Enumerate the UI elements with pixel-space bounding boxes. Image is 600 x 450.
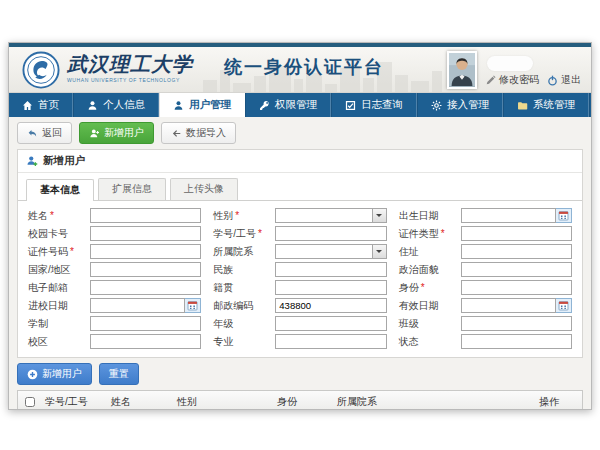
- add-user-button[interactable]: 新增用户: [79, 122, 154, 144]
- required-asterisk: *: [258, 228, 262, 239]
- grade-input[interactable]: [275, 316, 386, 331]
- name-input[interactable]: [90, 208, 201, 223]
- submit-add-user-button[interactable]: 新增用户: [17, 363, 92, 385]
- field-entry-date: 进校日期: [28, 298, 201, 313]
- person-icon: [173, 100, 184, 111]
- gear-icon: [431, 100, 442, 111]
- field-grade: 年级: [213, 316, 386, 331]
- reset-label: 重置: [109, 367, 129, 381]
- change-password-link[interactable]: 修改密码: [485, 73, 539, 91]
- ethnicity-input[interactable]: [275, 262, 386, 277]
- tab-extended-info[interactable]: 扩展信息: [98, 178, 166, 200]
- calendar-icon[interactable]: [556, 298, 572, 313]
- class-input[interactable]: [461, 316, 572, 331]
- field-major: 专业: [213, 334, 386, 349]
- chevron-down-icon[interactable]: [373, 244, 387, 259]
- major-input[interactable]: [275, 334, 386, 349]
- nav-item-personal-info[interactable]: 个人信息: [73, 93, 159, 117]
- id-number-input[interactable]: [90, 244, 201, 259]
- nav-item-home[interactable]: 首页: [9, 93, 73, 117]
- data-import-button[interactable]: 数据导入: [161, 122, 236, 144]
- nav-item-user-management[interactable]: 用户管理: [159, 93, 245, 117]
- main-nav: 首页个人信息用户管理权限管理日志查询接入管理系统管理订阅管理: [9, 93, 591, 117]
- identity-input[interactable]: [461, 280, 572, 295]
- calendar-icon[interactable]: [185, 298, 201, 313]
- tab-basic-info[interactable]: 基本信息: [26, 179, 94, 201]
- nav-item-access-management[interactable]: 接入管理: [417, 93, 503, 117]
- id-type-input[interactable]: [461, 226, 572, 241]
- field-label-student-id: 学号/工号*: [213, 227, 275, 241]
- home-icon: [22, 100, 33, 111]
- nav-item-permission-management[interactable]: 权限管理: [245, 93, 331, 117]
- table-header: 学号/工号姓名性别身份所属院系操作: [18, 391, 582, 409]
- key-icon: [259, 100, 270, 111]
- table-column-header-0: 学号/工号: [42, 391, 108, 409]
- undo-icon: [27, 128, 38, 139]
- country-region-input[interactable]: [90, 262, 201, 277]
- data-import-label: 数据导入: [186, 126, 226, 140]
- back-button[interactable]: 返回: [17, 122, 72, 144]
- political-status-input[interactable]: [461, 262, 572, 277]
- field-schooling-length: 学制: [28, 316, 201, 331]
- field-label-country-region: 国家/地区: [28, 263, 90, 277]
- title-block: 武汉理工大学 WUHAN UNIVERSITY OF TECHNOLOGY: [67, 52, 193, 83]
- field-birth-date: 出生日期: [399, 208, 572, 223]
- required-asterisk: *: [70, 246, 74, 257]
- department-input[interactable]: [275, 244, 372, 259]
- reset-button[interactable]: 重置: [99, 363, 139, 385]
- chevron-down-icon[interactable]: [373, 208, 387, 223]
- field-label-entry-date: 进校日期: [28, 299, 90, 313]
- submit-label: 新增用户: [42, 367, 82, 381]
- nav-item-subscription-management[interactable]: 订阅管理: [589, 93, 592, 117]
- field-label-political-status: 政治面貌: [399, 263, 461, 277]
- field-label-grade: 年级: [213, 317, 275, 331]
- status-input[interactable]: [461, 334, 572, 349]
- student-id-input[interactable]: [275, 226, 386, 241]
- nav-item-system-management[interactable]: 系统管理: [503, 93, 589, 117]
- required-asterisk: *: [421, 282, 425, 293]
- checklist-icon: [345, 100, 356, 111]
- field-postal-code: 邮政编码: [213, 298, 386, 313]
- nav-item-log-query[interactable]: 日志查询: [331, 93, 417, 117]
- birth-date-input[interactable]: [461, 208, 556, 223]
- field-label-address: 住址: [399, 245, 461, 259]
- valid-date-input[interactable]: [461, 298, 556, 313]
- nav-item-label: 首页: [38, 98, 59, 112]
- field-label-postal-code: 邮政编码: [213, 299, 275, 313]
- postal-code-input[interactable]: [275, 298, 386, 313]
- schooling-length-input[interactable]: [90, 316, 201, 331]
- power-icon: [547, 75, 558, 86]
- field-label-campus: 校区: [28, 335, 90, 349]
- field-gender: 性别*: [213, 208, 386, 223]
- calendar-icon[interactable]: [556, 208, 572, 223]
- entry-date-input[interactable]: [90, 298, 185, 313]
- user-area: 修改密码 退出: [447, 51, 581, 91]
- field-label-birth-date: 出生日期: [399, 209, 461, 223]
- page: 武汉理工大学 WUHAN UNIVERSITY OF TECHNOLOGY 统一…: [0, 0, 600, 450]
- field-label-id-number: 证件号码*: [28, 245, 90, 259]
- tab-upload-avatar[interactable]: 上传头像: [170, 178, 238, 200]
- email-input[interactable]: [90, 280, 201, 295]
- platform-title: 统一身份认证平台: [224, 55, 384, 79]
- content-area: 返回 新增用户 数据导入 新增用户 基本信息扩展信息上传头像 姓名*性别*出生日…: [9, 117, 591, 409]
- campus-card-input[interactable]: [90, 226, 201, 241]
- gender-input[interactable]: [275, 208, 372, 223]
- toolbar: 返回 新增用户 数据导入: [17, 122, 583, 144]
- field-id-type: 证件类型*: [399, 226, 572, 241]
- campus-input[interactable]: [90, 334, 201, 349]
- address-input[interactable]: [461, 244, 572, 259]
- logout-link[interactable]: 退出: [547, 73, 581, 91]
- select-all-checkbox[interactable]: [25, 397, 35, 407]
- field-campus-card: 校园卡号: [28, 226, 201, 241]
- field-label-gender: 性别*: [213, 209, 275, 223]
- nav-item-label: 日志查询: [361, 98, 403, 112]
- nav-item-label: 个人信息: [103, 98, 145, 112]
- change-password-label: 修改密码: [499, 73, 539, 87]
- field-label-valid-date: 有效日期: [399, 299, 461, 313]
- nav-item-label: 用户管理: [189, 98, 231, 112]
- native-place-input[interactable]: [275, 280, 386, 295]
- field-label-department: 所属院系: [213, 245, 275, 259]
- person-icon: [87, 100, 98, 111]
- field-label-class: 班级: [399, 317, 461, 331]
- university-name-en: WUHAN UNIVERSITY OF TECHNOLOGY: [67, 77, 193, 83]
